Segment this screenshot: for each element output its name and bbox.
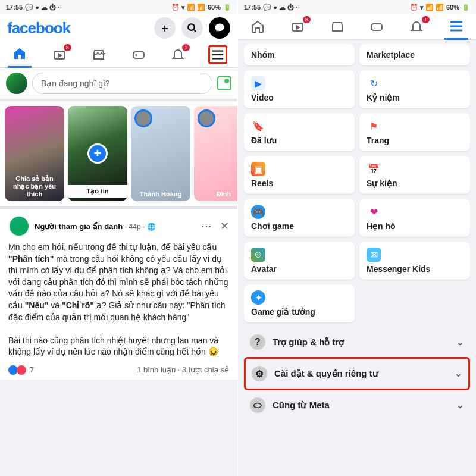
post-author[interactable]: Người tham gia ẩn danh (35, 222, 123, 231)
card-video[interactable]: ▶Video (244, 70, 355, 108)
tab-gaming[interactable] (365, 14, 389, 40)
share-count[interactable]: 3 lượt chia sẻ (182, 365, 229, 374)
story-label: Đình (217, 190, 231, 198)
events-icon: 📅 (367, 162, 381, 176)
card-marketplace[interactable]: Marketplace (359, 44, 470, 65)
tab-marketplace[interactable] (325, 14, 349, 40)
post: Người tham gia ẩn danh · 44p · 🌐 ⋯ ✕ Mn … (0, 209, 237, 380)
love-icon (17, 365, 26, 375)
story-create[interactable]: + Tạo tin (68, 106, 127, 201)
gaming-icon (369, 20, 384, 34)
card-label: Reels (251, 178, 347, 188)
row-settings-privacy[interactable]: ⚙ Cài đặt & quyền riêng tư ⌄ (244, 357, 470, 390)
card-kyniem[interactable]: ↻Kỷ niệm (359, 70, 470, 108)
hamburger-icon (211, 49, 224, 60)
story-item[interactable]: Thành Hoàng (131, 106, 190, 201)
status-bar: 17:55 💬 ● ☁ ⏻ · ⏰ ▾ 📶 📶 60% 🔋 (238, 0, 476, 14)
marketplace-icon (330, 20, 345, 34)
reels-icon: ▣ (251, 162, 265, 176)
tab-gaming[interactable] (127, 42, 151, 68)
tab-marketplace[interactable] (87, 42, 111, 68)
messenger-icon (214, 23, 225, 33)
card-label: Marketplace (367, 50, 463, 60)
tab-watch[interactable]: 8 (286, 14, 309, 40)
row-help[interactable]: ? Trợ giúp & hỗ trợ ⌄ (244, 327, 470, 357)
tab-notifications[interactable]: 1 (166, 42, 190, 68)
notif-badge: 1 (422, 16, 430, 23)
composer: Bạn đang nghĩ gì? (0, 68, 237, 101)
help-icon: ? (250, 334, 265, 350)
card-reels[interactable]: ▣Reels (244, 156, 355, 194)
row-label: Cũng từ Meta (273, 400, 330, 411)
card-label: Kỷ niệm (367, 93, 463, 102)
chevron-down-icon: ⌄ (455, 368, 462, 379)
messenger-kids-icon: ✉ (367, 248, 381, 262)
react-count: 7 (30, 365, 34, 374)
card-daluu[interactable]: 🔖Đã lưu (244, 113, 355, 151)
create-button[interactable]: ＋ (154, 17, 176, 39)
stories-row[interactable]: Chia sẻ bản nhạc bạn yêu thích + Tạo tin… (0, 101, 237, 209)
tab-watch[interactable]: 8 (48, 42, 71, 68)
gear-icon: ⚙ (252, 366, 267, 381)
story-label: Chia sẻ bản nhạc bạn yêu thích (8, 175, 61, 198)
card-sukien[interactable]: 📅Sự kiện (359, 156, 470, 194)
composer-placeholder: Bạn đang nghĩ gì? (41, 79, 110, 88)
card-label: Đã lưu (251, 136, 347, 145)
nav-tabs: 8 1 (0, 42, 237, 68)
composer-input[interactable]: Bạn đang nghĩ gì? (32, 73, 212, 94)
chevron-down-icon: ⌄ (456, 400, 464, 411)
home-icon (250, 20, 265, 34)
card-trang[interactable]: ⚑Trang (359, 113, 470, 151)
video-icon: ▶ (251, 76, 265, 90)
story-label: Tạo tin (68, 185, 127, 198)
bell-icon (409, 20, 424, 34)
card-label: Avatar (251, 264, 347, 274)
card-avatar[interactable]: ☺Avatar (244, 242, 355, 280)
fantasy-game-icon: ✦ (251, 290, 265, 305)
dating-icon: ❤ (367, 205, 381, 219)
marketplace-icon (92, 48, 106, 62)
story-item[interactable]: Đình (194, 106, 237, 201)
settings-list: ? Trợ giúp & hỗ trợ ⌄ ⚙ Cài đặt & quyền … (238, 322, 476, 420)
card-label: Hẹn hò (367, 221, 463, 231)
post-close-button[interactable]: ✕ (220, 220, 229, 233)
card-label: Nhóm (251, 50, 347, 60)
story-label: Thành Hoàng (140, 190, 181, 198)
memories-icon: ↻ (367, 76, 381, 90)
card-choigame[interactable]: 🎮Chơi game (244, 199, 355, 237)
post-more-button[interactable]: ⋯ (201, 220, 212, 233)
card-gamegiatuong[interactable]: ✦Game giả tưởng (244, 284, 355, 322)
facebook-logo: facebook (7, 19, 70, 37)
photo-icon[interactable] (217, 76, 231, 90)
tab-notifications[interactable]: 1 (405, 14, 428, 40)
tab-menu[interactable] (206, 42, 230, 68)
svg-rect-3 (133, 52, 144, 58)
tab-menu[interactable] (444, 14, 468, 40)
card-label: Chơi game (251, 221, 347, 231)
row-label: Cài đặt & quyền riêng tư (274, 368, 378, 379)
tab-home[interactable] (8, 42, 32, 68)
status-bar: 17:55 💬 ● ☁ ⏻ · ⏰ ▾ 📶 📶 60% 🔋 (0, 0, 237, 14)
nav-tabs: 8 1 (238, 14, 476, 40)
post-avatar[interactable] (8, 215, 30, 237)
menu-highlight (208, 45, 227, 64)
comment-count[interactable]: 1 bình luận (137, 365, 176, 374)
avatar[interactable] (6, 73, 27, 94)
menu-grid: Nhóm Marketplace ▶Video ↻Kỷ niệm 🔖Đã lưu… (238, 44, 476, 322)
hamburger-icon (449, 21, 464, 32)
card-mkids[interactable]: ✉Messenger Kids (359, 242, 470, 280)
row-meta[interactable]: ⬭ Cũng từ Meta ⌄ (244, 390, 470, 420)
gaming-icon (131, 48, 146, 62)
watch-icon (290, 20, 305, 34)
saved-icon: 🔖 (251, 119, 265, 133)
tab-home[interactable] (246, 14, 270, 40)
watch-badge: 8 (303, 16, 311, 23)
card-henho[interactable]: ❤Hẹn hò (359, 199, 470, 237)
story-music[interactable]: Chia sẻ bản nhạc bạn yêu thích (5, 106, 64, 201)
messenger-button[interactable] (209, 17, 230, 39)
search-button[interactable] (181, 17, 203, 39)
search-icon (187, 23, 198, 33)
reactions[interactable]: 7 (8, 365, 34, 375)
card-nhom[interactable]: Nhóm (244, 44, 355, 65)
story-avatar-ring (134, 109, 152, 127)
